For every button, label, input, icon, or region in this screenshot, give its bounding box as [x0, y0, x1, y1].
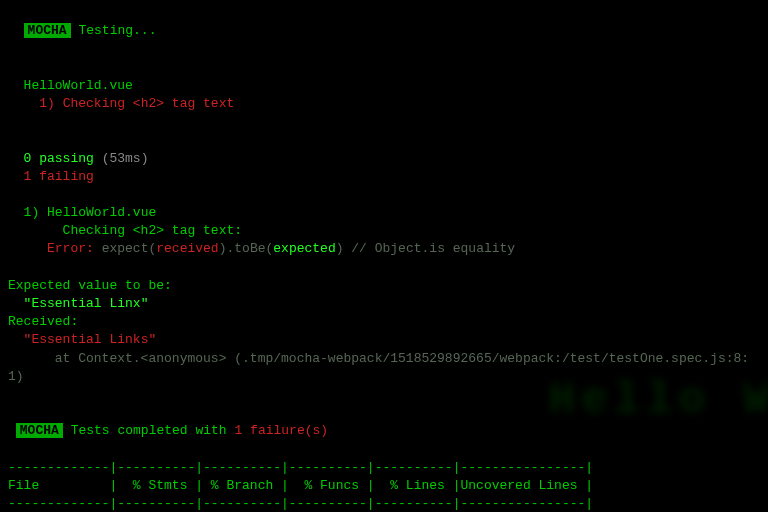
passing-line: 0 passing (53ms) [8, 150, 760, 168]
received-value: "Essential Links" [8, 331, 760, 349]
coverage-sep-2: -------------|----------|----------|----… [8, 495, 760, 512]
expected-label: Expected value to be: [8, 277, 760, 295]
mocha-badge: MOCHA [24, 23, 71, 38]
error-line: Error: expect(received).toBe(expected) /… [8, 240, 760, 258]
expected-value: "Essential Linx" [8, 295, 760, 313]
testing-status: Testing... [78, 23, 156, 38]
test-line: 1) Checking <h2> tag text [8, 95, 760, 113]
stack-trace-2: 1) [8, 368, 760, 386]
coverage-header: File | % Stmts | % Branch | % Funcs | % … [8, 477, 760, 495]
coverage-sep-1: -------------|----------|----------|----… [8, 459, 760, 477]
mocha-badge-2: MOCHA [16, 423, 63, 438]
mocha-complete-line: MOCHA Tests completed with 1 failure(s) [8, 422, 760, 440]
failure-header: 1) HelloWorld.vue [8, 204, 760, 222]
received-label: Received: [8, 313, 760, 331]
stack-trace: at Context.<anonymous> (.tmp/mocha-webpa… [8, 350, 760, 368]
failing-line: 1 failing [8, 168, 760, 186]
failure-desc: Checking <h2> tag text: [8, 222, 760, 240]
mocha-testing-line: MOCHA Testing... [8, 4, 760, 40]
suite-name: HelloWorld.vue [8, 77, 760, 95]
